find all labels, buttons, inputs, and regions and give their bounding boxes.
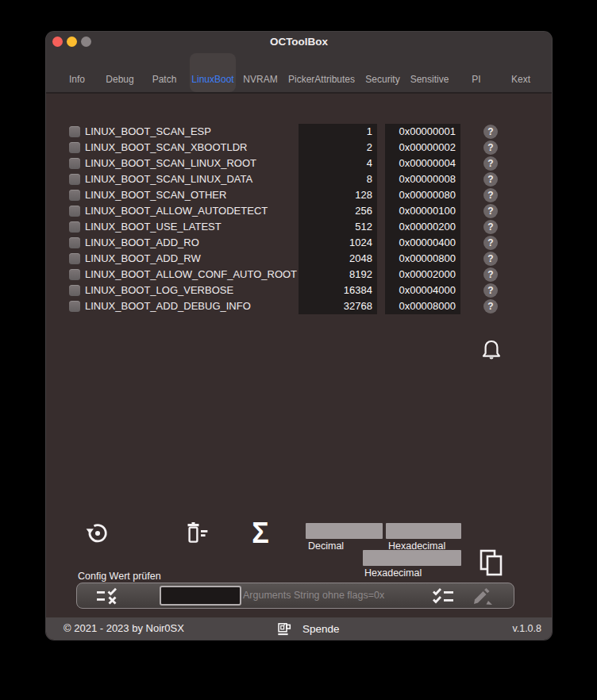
tab-patch[interactable]: Patch: [152, 73, 177, 86]
tab-kext[interactable]: Kext: [511, 73, 530, 86]
help-button[interactable]: ?: [483, 188, 498, 202]
bell-icon[interactable]: [481, 339, 502, 363]
delete-flags-icon[interactable]: [184, 521, 210, 545]
flag-row: LINUX_BOOT_SCAN_LINUX_ROOT 4 0x00000004 …: [46, 156, 552, 171]
flag-checkbox[interactable]: [69, 142, 80, 153]
desktop: OCToolBox InfoDebugPatchLinuxBootNVRAMPi…: [0, 0, 597, 700]
help-button[interactable]: ?: [483, 252, 498, 266]
flag-hex-value: 0x00004000: [385, 283, 456, 298]
tab-sensitive[interactable]: Sensitive: [410, 73, 449, 86]
status-bar: © 2021 - 2023 by Noir0SX Spende v.1.0.8: [46, 617, 552, 640]
donate-label: Spende: [302, 623, 340, 635]
flag-checkbox[interactable]: [69, 301, 80, 312]
app-window: OCToolBox InfoDebugPatchLinuxBootNVRAMPi…: [46, 32, 552, 640]
config-check-label: Config Wert prüfen: [78, 571, 161, 582]
hexadecimal-field-label: Hexadecimal: [388, 540, 445, 552]
flag-decimal-value: 8192: [298, 267, 372, 283]
config-check-toolbar: Arguments String ohne flags=0x: [76, 583, 514, 609]
flag-hex-value: 0x00000008: [385, 171, 456, 187]
decimal-field-label: Decimal: [308, 540, 344, 552]
flag-decimal-value: 2048: [298, 251, 372, 267]
flag-row: LINUX_BOOT_ADD_RW 2048 0x00000800 ?: [46, 251, 552, 267]
tab-info[interactable]: Info: [69, 73, 85, 86]
flag-decimal-value: 256: [298, 203, 372, 219]
flag-label: LINUX_BOOT_ADD_DEBUG_INFO: [85, 298, 251, 314]
flag-label: LINUX_BOOT_SCAN_ESP: [85, 124, 211, 140]
help-button[interactable]: ?: [483, 172, 498, 187]
tab-security[interactable]: Security: [365, 73, 399, 86]
flag-row: LINUX_BOOT_SCAN_ESP 1 0x00000001 ?: [46, 124, 552, 140]
flag-checkbox[interactable]: [69, 206, 80, 217]
flag-hex-value: 0x00000400: [385, 235, 456, 251]
flag-row: LINUX_BOOT_SCAN_XBOOTLDR 2 0x00000002 ?: [46, 140, 552, 156]
flag-row: LINUX_BOOT_ALLOW_CONF_AUTO_ROOT 8192 0x0…: [46, 267, 552, 283]
edit-pencil-icon: [472, 587, 494, 606]
flag-label: LINUX_BOOT_SCAN_XBOOTLDR: [85, 140, 247, 156]
flag-row: LINUX_BOOT_LOG_VERBOSE 16384 0x00004000 …: [46, 283, 552, 298]
hexadecimal-field-label-2: Hexadecimal: [364, 567, 422, 579]
sum-icon[interactable]: Σ: [245, 517, 276, 549]
flag-label: LINUX_BOOT_ADD_RW: [85, 251, 201, 267]
help-button[interactable]: ?: [483, 267, 498, 282]
flag-label: LINUX_BOOT_SCAN_OTHER: [85, 187, 226, 203]
flag-row: LINUX_BOOT_USE_LATEST 512 0x00000200 ?: [46, 219, 552, 235]
flag-hex-value: 0x00000800: [385, 251, 456, 267]
tab-linuxboot[interactable]: LinuxBoot: [191, 73, 233, 86]
flag-checkbox[interactable]: [69, 158, 80, 169]
flag-decimal-value: 32768: [298, 298, 372, 314]
flag-decimal-value: 512: [298, 219, 372, 235]
flag-checkbox[interactable]: [69, 237, 80, 248]
flag-row: LINUX_BOOT_ALLOW_AUTODETECT 256 0x000001…: [46, 203, 552, 219]
flag-label: LINUX_BOOT_USE_LATEST: [85, 219, 221, 235]
flag-decimal-value: 2: [298, 140, 372, 156]
help-button[interactable]: ?: [483, 299, 498, 313]
flag-checkbox[interactable]: [69, 253, 80, 264]
decimal-input[interactable]: [306, 523, 383, 539]
rule-check-icon[interactable]: [95, 587, 121, 606]
checklist-icon[interactable]: [431, 587, 456, 606]
flag-decimal-value: 1: [298, 124, 372, 140]
help-button[interactable]: ?: [483, 156, 498, 171]
version-label: v.1.0.8: [512, 617, 541, 640]
flag-label: LINUX_BOOT_ADD_RO: [85, 235, 199, 251]
flag-checkbox[interactable]: [69, 221, 80, 233]
help-button[interactable]: ?: [483, 236, 498, 250]
flag-decimal-value: 16384: [298, 283, 372, 298]
flag-hex-value: 0x00000004: [385, 156, 456, 171]
arguments-hint-label: Arguments String ohne flags=0x: [243, 583, 384, 607]
flag-label: LINUX_BOOT_ALLOW_CONF_AUTO_ROOT: [85, 267, 297, 283]
flag-hex-value: 0x00000080: [385, 187, 456, 203]
flag-row: LINUX_BOOT_ADD_DEBUG_INFO 32768 0x000080…: [46, 298, 552, 314]
flag-row: LINUX_BOOT_SCAN_OTHER 128 0x00000080 ?: [46, 187, 552, 203]
tab-debug[interactable]: Debug: [106, 73, 133, 86]
flag-hex-value: 0x00000001: [385, 124, 456, 140]
tab-nvram[interactable]: NVRAM: [243, 73, 277, 86]
copyright-label: © 2021 - 2023 by Noir0SX: [64, 617, 184, 640]
help-button[interactable]: ?: [483, 204, 498, 218]
help-button[interactable]: ?: [483, 283, 498, 298]
flag-decimal-value: 4: [298, 156, 372, 171]
hexadecimal-input[interactable]: [386, 523, 461, 539]
copy-icon[interactable]: [478, 548, 505, 577]
hexadecimal-input-2[interactable]: [363, 550, 461, 566]
flag-checkbox[interactable]: [69, 285, 80, 296]
flag-hex-value: 0x00008000: [385, 298, 456, 314]
flag-row: LINUX_BOOT_ADD_RO 1024 0x00000400 ?: [46, 235, 552, 251]
help-button[interactable]: ?: [483, 140, 498, 155]
flag-label: LINUX_BOOT_ALLOW_AUTODETECT: [85, 203, 268, 219]
flag-checkbox[interactable]: [69, 126, 80, 137]
flag-decimal-value: 128: [298, 187, 372, 203]
flag-hex-value: 0x00000100: [385, 203, 456, 219]
help-button[interactable]: ?: [483, 220, 498, 234]
flag-label: LINUX_BOOT_SCAN_LINUX_ROOT: [85, 156, 256, 171]
donate-button[interactable]: Spende: [276, 617, 340, 640]
tab-pickerattributes[interactable]: PickerAttributes: [288, 73, 355, 86]
flags-value-input[interactable]: [160, 586, 241, 606]
flag-checkbox[interactable]: [69, 174, 80, 185]
window-title: OCToolBox: [46, 35, 552, 48]
help-button[interactable]: ?: [483, 125, 498, 139]
flag-checkbox[interactable]: [69, 190, 80, 201]
flag-checkbox[interactable]: [69, 269, 80, 280]
tab-pi[interactable]: PI: [472, 73, 480, 86]
reset-icon[interactable]: [85, 521, 110, 546]
